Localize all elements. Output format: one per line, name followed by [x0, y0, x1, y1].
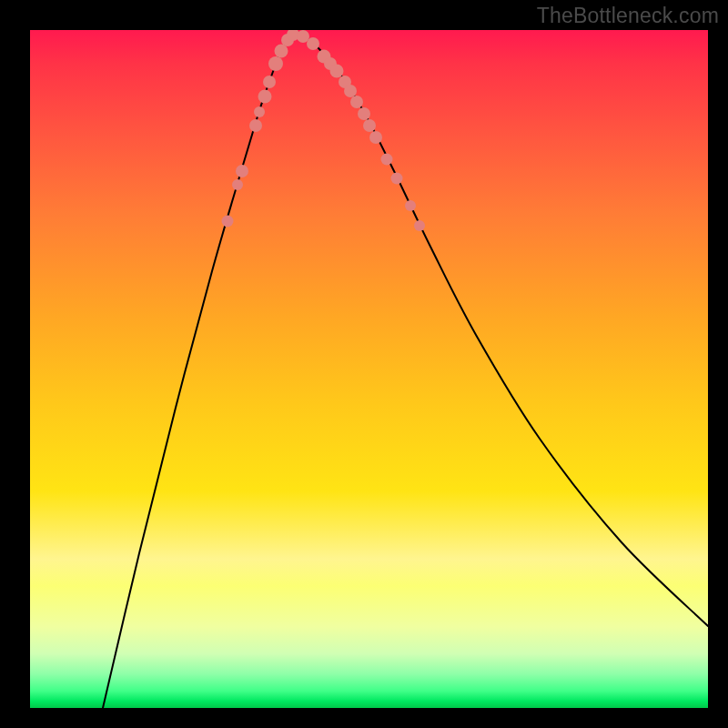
curve-marker: [232, 179, 243, 190]
curve-marker: [414, 220, 425, 231]
watermark-text: TheBottleneck.com: [537, 4, 719, 28]
curve-marker: [330, 65, 344, 78]
curve-marker: [307, 37, 319, 50]
curve-markers: [222, 30, 426, 231]
curve-marker: [350, 96, 363, 108]
plot-area: [30, 30, 708, 708]
curve-marker: [369, 131, 382, 144]
curve-marker: [258, 90, 272, 104]
curve-marker: [249, 119, 262, 132]
curve-marker: [358, 107, 370, 120]
curve-marker: [268, 56, 283, 71]
curve-marker: [405, 200, 416, 211]
curve-marker: [344, 85, 357, 97]
bottleneck-curve: [103, 35, 708, 708]
curve-marker: [391, 173, 403, 185]
curve-marker: [263, 76, 276, 88]
curve-marker: [381, 154, 393, 166]
curve-marker: [363, 119, 376, 132]
curve-marker: [236, 165, 248, 177]
chart-frame: TheBottleneck.com: [0, 0, 728, 728]
curve-marker: [254, 106, 265, 117]
chart-svg: [30, 30, 708, 708]
curve-marker: [222, 216, 234, 228]
